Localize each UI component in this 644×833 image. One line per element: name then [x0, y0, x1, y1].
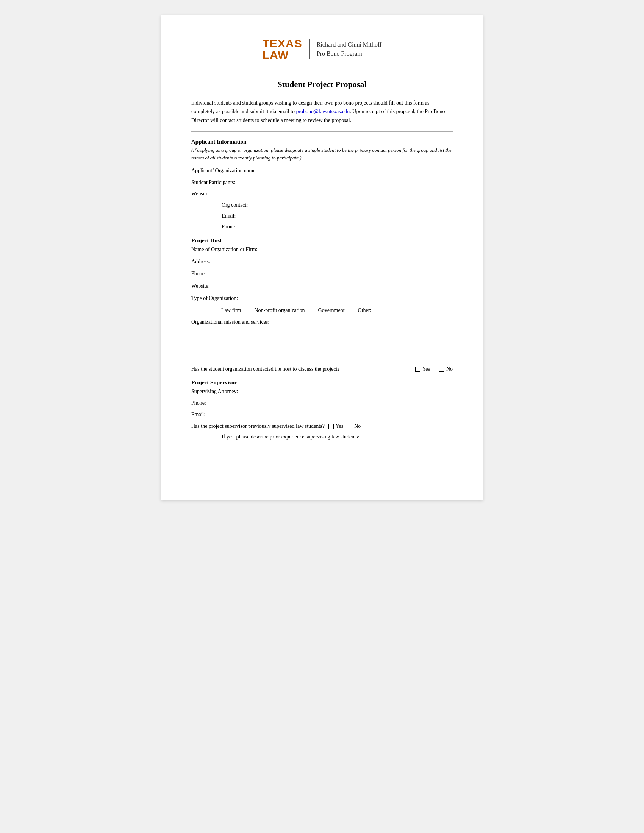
logo-law: LAW — [262, 49, 302, 61]
supervised-yes-checkbox[interactable]: Yes — [328, 422, 343, 431]
field-host-website: Website: — [191, 282, 453, 290]
contact-no-checkbox[interactable]: No — [439, 365, 453, 373]
logo-title: Richard and Ginni Mithoff Pro Bono Progr… — [317, 40, 382, 58]
checkbox-other[interactable]: Other: — [351, 307, 372, 314]
field-email: Email: — [222, 212, 453, 220]
logo-title-line2: Pro Bono Program — [317, 49, 382, 58]
page-number: 1 — [191, 464, 453, 470]
field-describe-experience: If yes, please describe prior experience… — [222, 433, 453, 441]
checkbox-nonprofit[interactable]: Non-profit organization — [247, 307, 304, 314]
contact-no-label: No — [446, 365, 453, 373]
supervised-question-row: Has the project supervisor previously su… — [191, 422, 453, 431]
field-org-firm-name: Name of Organization or Firm: — [191, 245, 453, 254]
applicant-info-subtext: (If applying as a group or organization,… — [191, 146, 453, 161]
supervised-question-text: Has the project supervisor previously su… — [191, 422, 325, 431]
field-org-contact: Org contact: — [222, 201, 453, 209]
logo-text: TEXAS LAW — [262, 38, 302, 61]
checkbox-nonprofit-label: Non-profit organization — [254, 307, 304, 314]
logo-block: TEXAS LAW Richard and Ginni Mithoff Pro … — [262, 38, 382, 61]
blank-line-3 — [191, 345, 453, 354]
contact-question-row: Has the student organization contacted t… — [191, 365, 453, 373]
project-host-section: Project Host Name of Organization or Fir… — [191, 237, 453, 374]
probono-email-link[interactable]: probono@law.utexas.edu — [296, 109, 349, 114]
checkbox-government-box[interactable] — [311, 308, 316, 313]
checkbox-other-label: Other: — [358, 307, 372, 314]
contact-yes-checkbox[interactable]: Yes — [415, 365, 430, 373]
section-divider — [191, 131, 453, 132]
field-supervisor-email: Email: — [191, 410, 453, 419]
field-student-participants: Student Participants: — [191, 178, 453, 187]
document-header: TEXAS LAW Richard and Ginni Mithoff Pro … — [191, 38, 453, 61]
field-mission: Organizational mission and services: — [191, 318, 453, 326]
intro-paragraph: Individual students and student groups w… — [191, 98, 453, 125]
project-supervisor-section: Project Supervisor Supervising Attorney:… — [191, 380, 453, 441]
supervised-no-checkbox[interactable]: No — [347, 422, 361, 431]
field-website: Website: — [191, 190, 453, 198]
contact-yes-label: Yes — [422, 365, 430, 373]
checkbox-law-firm[interactable]: Law firm — [214, 307, 241, 314]
project-supervisor-heading: Project Supervisor — [191, 380, 453, 386]
applicant-info-section: Applicant Information (If applying as a … — [191, 138, 453, 231]
field-org-name: Applicant/ Organization name: — [191, 167, 453, 175]
logo-title-line1: Richard and Ginni Mithoff — [317, 40, 382, 49]
contact-yes-box[interactable] — [415, 367, 420, 372]
field-supervisor-phone: Phone: — [191, 399, 453, 407]
field-org-type: Type of Organization: — [191, 294, 453, 302]
contact-question-text: Has the student organization contacted t… — [191, 365, 406, 373]
project-host-heading: Project Host — [191, 237, 453, 244]
supervised-yes-label: Yes — [336, 422, 343, 431]
checkbox-law-firm-label: Law firm — [221, 307, 241, 314]
logo-texas: TEXAS — [262, 38, 302, 49]
page-title: Student Project Proposal — [191, 79, 453, 89]
mission-blank-lines — [191, 329, 453, 354]
field-host-phone: Phone: — [191, 270, 453, 278]
org-type-checkboxes: Law firm Non-profit organization Governm… — [214, 307, 453, 314]
checkbox-other-box[interactable] — [351, 308, 356, 313]
logo-divider — [309, 39, 310, 59]
checkbox-government-label: Government — [318, 307, 345, 314]
checkbox-law-firm-box[interactable] — [214, 308, 219, 313]
document-page: TEXAS LAW Richard and Ginni Mithoff Pro … — [161, 15, 483, 500]
supervised-no-box[interactable] — [347, 424, 352, 429]
field-phone: Phone: — [222, 223, 453, 231]
blank-line-2 — [191, 337, 453, 345]
blank-line-1 — [191, 329, 453, 337]
checkbox-nonprofit-box[interactable] — [247, 308, 252, 313]
applicant-info-heading: Applicant Information — [191, 138, 453, 145]
field-address: Address: — [191, 257, 453, 266]
supervised-no-label: No — [354, 422, 361, 431]
checkbox-government[interactable]: Government — [311, 307, 345, 314]
contact-no-box[interactable] — [439, 367, 444, 372]
supervised-yes-box[interactable] — [328, 424, 334, 429]
field-supervising-attorney: Supervising Attorney: — [191, 388, 453, 396]
